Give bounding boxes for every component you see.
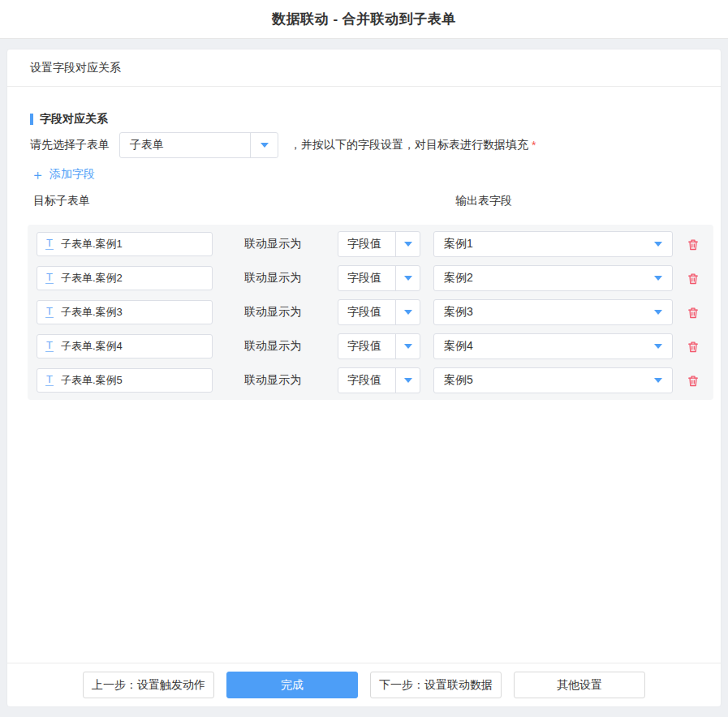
display-mode-select[interactable]: 字段值 (338, 333, 420, 359)
output-field-arrow-box[interactable] (644, 232, 672, 256)
display-mode-arrow-box[interactable] (395, 266, 420, 290)
display-mode-arrow-box[interactable] (395, 300, 420, 324)
trash-icon (687, 272, 700, 286)
text-field-icon (45, 273, 54, 284)
chevron-down-icon (404, 242, 412, 247)
table-row: 子表单.案例2 联动显示为 字段值 案例2 (37, 266, 713, 290)
column-headers: 目标子表单 输出表字段 (7, 194, 721, 207)
chevron-down-icon (261, 143, 269, 148)
section-accent-bar (30, 114, 33, 125)
add-field-row: ＋ 添加字段 (31, 166, 721, 182)
page-title: 数据联动 - 合并联动到子表单 (272, 10, 456, 28)
display-mode-select[interactable]: 字段值 (338, 265, 420, 291)
target-field-value: 子表单.案例4 (61, 339, 123, 354)
target-field-input[interactable]: 子表单.案例5 (37, 368, 213, 393)
output-field-value: 案例5 (434, 373, 644, 388)
table-row: 子表单.案例4 联动显示为 字段值 案例4 (37, 334, 713, 358)
display-mode-select[interactable]: 字段值 (338, 299, 420, 325)
chevron-down-icon (654, 242, 662, 247)
panel-header: 设置字段对应关系 (7, 49, 721, 87)
prev-step-button[interactable]: 上一步：设置触发动作 (83, 672, 214, 698)
subform-select-arrow-box[interactable] (250, 133, 278, 157)
subform-select-row: 请先选择子表单 子表单 ，并按以下的字段设置，对目标表进行数据填充 * (30, 132, 721, 158)
trash-icon (687, 238, 700, 251)
required-asterisk: * (532, 139, 536, 152)
display-mode-value: 字段值 (338, 305, 395, 320)
chevron-down-icon (404, 344, 412, 349)
link-display-label: 联动显示为 (244, 271, 301, 286)
title-bar: 数据联动 - 合并联动到子表单 (0, 0, 728, 39)
delete-row-button[interactable] (685, 372, 701, 389)
finish-button[interactable]: 完成 (226, 672, 358, 698)
output-field-select[interactable]: 案例3 (433, 299, 673, 325)
target-field-input[interactable]: 子表单.案例3 (37, 300, 213, 324)
display-mode-arrow-box[interactable] (395, 334, 420, 358)
footer-actions: 上一步：设置触发动作 完成 下一步：设置联动数据 其他设置 (7, 663, 721, 706)
target-field-value: 子表单.案例5 (61, 373, 123, 388)
display-mode-value: 字段值 (338, 237, 395, 251)
chevron-down-icon (654, 276, 662, 281)
fill-hint-text: ，并按以下的字段设置，对目标表进行数据填充 (290, 138, 528, 152)
chevron-down-icon (654, 378, 662, 383)
output-field-select[interactable]: 案例1 (433, 231, 673, 257)
display-mode-arrow-box[interactable] (395, 232, 420, 256)
display-mode-select[interactable]: 字段值 (338, 231, 420, 257)
target-field-input[interactable]: 子表单.案例4 (37, 334, 213, 358)
output-field-value: 案例1 (434, 237, 644, 251)
column-header-target: 目标子表单 (33, 194, 90, 208)
link-display-label: 联动显示为 (244, 339, 301, 354)
output-field-value: 案例3 (434, 305, 644, 320)
chevron-down-icon (654, 310, 662, 315)
delete-row-button[interactable] (685, 338, 701, 354)
output-field-select[interactable]: 案例5 (433, 367, 673, 393)
panel-header-title: 设置字段对应关系 (30, 61, 121, 75)
link-display-label: 联动显示为 (244, 305, 301, 320)
output-field-arrow-box[interactable] (644, 300, 672, 324)
display-mode-select[interactable]: 字段值 (338, 367, 420, 393)
section-title: 字段对应关系 (40, 112, 108, 127)
trash-icon (687, 340, 700, 354)
subform-select[interactable]: 子表单 (119, 132, 278, 158)
subform-select-value: 子表单 (120, 138, 250, 152)
delete-row-button[interactable] (685, 304, 701, 320)
display-mode-arrow-box[interactable] (395, 368, 420, 393)
output-field-value: 案例2 (434, 271, 644, 286)
display-mode-value: 字段值 (338, 339, 395, 354)
delete-row-button[interactable] (685, 236, 701, 252)
table-row: 子表单.案例1 联动显示为 字段值 案例1 (37, 232, 713, 256)
display-mode-value: 字段值 (338, 373, 395, 388)
output-field-arrow-box[interactable] (644, 368, 672, 393)
plus-icon: ＋ (31, 168, 45, 182)
output-field-arrow-box[interactable] (644, 334, 672, 358)
target-field-input[interactable]: 子表单.案例1 (37, 232, 213, 256)
text-field-icon (45, 238, 54, 250)
display-mode-value: 字段值 (338, 271, 395, 286)
column-header-output: 输出表字段 (455, 194, 512, 208)
trash-icon (687, 374, 700, 388)
link-display-label: 联动显示为 (244, 373, 301, 388)
chevron-down-icon (404, 310, 412, 315)
output-field-select[interactable]: 案例4 (433, 333, 673, 359)
text-field-icon (45, 341, 54, 352)
trash-icon (687, 306, 700, 320)
section-title-row: 字段对应关系 (30, 111, 721, 127)
chevron-down-icon (654, 344, 662, 349)
delete-row-button[interactable] (685, 270, 701, 286)
target-field-value: 子表单.案例1 (61, 237, 123, 251)
chevron-down-icon (404, 378, 412, 383)
next-step-button[interactable]: 下一步：设置联动数据 (370, 672, 502, 698)
target-field-input[interactable]: 子表单.案例2 (37, 266, 213, 290)
other-settings-button[interactable]: 其他设置 (514, 672, 645, 698)
table-row: 子表单.案例3 联动显示为 字段值 案例3 (37, 300, 713, 324)
settings-panel: 设置字段对应关系 字段对应关系 请先选择子表单 子表单 ，并按以下的字段设置，对… (6, 49, 722, 707)
add-field-label: 添加字段 (50, 167, 95, 182)
text-field-icon (45, 375, 54, 386)
text-field-icon (45, 307, 54, 318)
add-field-button[interactable]: ＋ 添加字段 (31, 167, 95, 182)
output-field-arrow-box[interactable] (644, 266, 672, 290)
output-field-select[interactable]: 案例2 (433, 265, 673, 291)
output-field-value: 案例4 (434, 339, 644, 354)
target-field-value: 子表单.案例2 (61, 271, 123, 286)
chevron-down-icon (404, 276, 412, 281)
subform-select-label: 请先选择子表单 (30, 138, 110, 152)
